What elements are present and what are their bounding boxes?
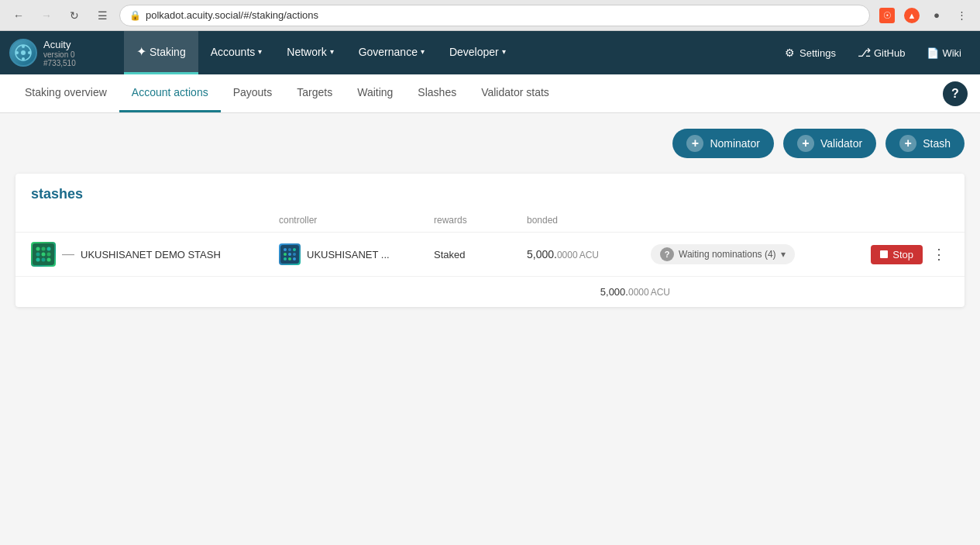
status-cell: ? Waiting nominations (4) ▾ [651, 244, 871, 264]
svg-point-11 [42, 253, 46, 257]
nav-item-staking[interactable]: ✦ Staking [124, 31, 198, 74]
bonded-amount: 5,000.0000ACU [527, 248, 599, 260]
status-badge: ? Waiting nominations (4) ▾ [651, 244, 795, 264]
github-icon: ⎇ [858, 46, 871, 60]
controller-name: UKUSHISANET ... [307, 249, 390, 260]
svg-point-19 [293, 248, 296, 251]
tab-validator-stats[interactable]: Validator stats [469, 74, 562, 112]
status-label: Waiting nominations (4) [679, 249, 776, 260]
svg-point-21 [288, 253, 291, 256]
reload-button[interactable]: ↻ [64, 5, 85, 26]
url-text: polkadot.acuity.social/#/staking/actions [146, 9, 318, 21]
address-bar[interactable]: 🔒 polkadot.acuity.social/#/staking/actio… [119, 5, 870, 26]
svg-point-2 [22, 45, 25, 48]
svg-point-24 [288, 257, 291, 260]
action-buttons: + Nominator + Validator + Stash [15, 129, 965, 158]
brave-rewards-icon: ▲ [904, 8, 920, 23]
top-nav: Acuity version 0 #733,510 ✦ Staking Acco… [0, 31, 980, 74]
svg-point-5 [28, 51, 31, 54]
sub-tabs: Staking overview Account actions Payouts… [0, 74, 980, 113]
more-options-button[interactable]: ⋮ [929, 243, 949, 266]
extensions-button[interactable]: ● [926, 5, 947, 26]
brave-rewards-button[interactable]: ▲ [901, 5, 923, 26]
stashes-title: stashes [31, 186, 949, 202]
stop-icon [880, 250, 888, 258]
developer-dropdown-arrow: ▾ [502, 47, 506, 56]
nav-item-accounts[interactable]: Accounts ▾ [198, 31, 275, 74]
svg-point-25 [293, 257, 296, 260]
stashes-header: stashes [15, 174, 965, 209]
staking-icon: ✦ [136, 44, 146, 59]
back-button[interactable]: ← [8, 5, 29, 26]
settings-gear-icon: ⚙ [785, 47, 795, 59]
table-header: controller rewards bonded [15, 209, 965, 233]
nav-item-developer[interactable]: Developer ▾ [437, 31, 518, 74]
total-amount: 5,000.0000ACU [600, 286, 670, 298]
svg-point-17 [284, 248, 287, 251]
menu-button[interactable]: ⋮ [951, 5, 972, 26]
accounts-dropdown-arrow: ▾ [258, 47, 262, 56]
bonded-cell: 5,000.0000ACU [527, 248, 651, 260]
validator-button[interactable]: + Validator [783, 129, 876, 158]
svg-point-20 [284, 253, 287, 256]
stop-button[interactable]: Stop [871, 245, 923, 264]
status-expand-icon[interactable]: ▾ [781, 249, 786, 260]
col-header-controller: controller [279, 215, 434, 226]
nominator-button[interactable]: + Nominator [672, 129, 774, 158]
col-header-stash [31, 215, 279, 226]
controller-identicon [279, 243, 301, 265]
forward-button[interactable]: → [36, 5, 57, 26]
tab-staking-overview[interactable]: Staking overview [12, 74, 119, 112]
svg-point-15 [47, 258, 51, 262]
brave-shield-button[interactable]: ☉ [876, 5, 898, 26]
svg-point-22 [293, 253, 296, 256]
tab-waiting[interactable]: Waiting [345, 74, 405, 112]
rewards-cell: Staked [434, 249, 527, 260]
github-button[interactable]: ⎇ GitHub [848, 41, 914, 64]
stash-identicon [31, 242, 56, 267]
svg-point-23 [284, 257, 287, 260]
svg-point-12 [47, 253, 51, 257]
browser-extensions: ☉ ▲ ● ⋮ [876, 5, 972, 26]
col-header-rewards: rewards [434, 215, 527, 226]
svg-point-18 [288, 248, 291, 251]
svg-point-14 [42, 258, 46, 262]
stash-identity: — UKUSHISANET DEMO STASH [31, 242, 279, 267]
logo-section[interactable]: Acuity version 0 #733,510 [0, 31, 124, 74]
help-button[interactable]: ? [943, 81, 968, 106]
lock-icon: 🔒 [129, 10, 141, 21]
nav-item-network[interactable]: Network ▾ [274, 31, 346, 74]
svg-point-4 [15, 51, 19, 54]
tab-slashes[interactable]: Slashes [405, 74, 469, 112]
nav-item-governance[interactable]: Governance ▾ [346, 31, 437, 74]
validator-plus-icon: + [797, 135, 814, 152]
nav-items: ✦ Staking Accounts ▾ Network ▾ Governanc… [124, 31, 766, 74]
stash-button[interactable]: + Stash [885, 129, 965, 158]
logo-icon [9, 39, 37, 67]
svg-point-8 [42, 247, 46, 251]
col-header-bonded: bonded [527, 215, 651, 226]
tab-targets[interactable]: Targets [284, 74, 345, 112]
svg-point-10 [36, 253, 40, 257]
col-header-actions [872, 215, 949, 226]
stashes-card: stashes controller rewards bonded [15, 174, 965, 307]
network-dropdown-arrow: ▾ [330, 47, 334, 56]
svg-point-1 [21, 50, 26, 55]
wiki-button[interactable]: 📄 Wiki [917, 41, 971, 64]
main-content: + Nominator + Validator + Stash stashes … [0, 113, 980, 501]
stash-plus-icon: + [899, 135, 916, 152]
row-actions: Stop ⋮ [871, 243, 949, 266]
total-row: 5,000.0000ACU [15, 277, 965, 307]
tab-account-actions[interactable]: Account actions [119, 74, 221, 112]
browser-chrome: ← → ↻ ☰ 🔒 polkadot.acuity.social/#/staki… [0, 0, 980, 31]
nav-right: ⚙ Settings ⎇ GitHub 📄 Wiki [766, 41, 980, 64]
bookmark-button[interactable]: ☰ [91, 5, 113, 26]
svg-point-9 [47, 247, 51, 251]
stash-name: UKUSHISANET DEMO STASH [81, 249, 221, 260]
status-help-icon[interactable]: ? [660, 247, 674, 261]
tab-payouts[interactable]: Payouts [221, 74, 285, 112]
wiki-icon: 📄 [927, 47, 939, 59]
nominator-plus-icon: + [686, 135, 703, 152]
svg-point-7 [36, 247, 40, 251]
settings-button[interactable]: ⚙ Settings [775, 42, 845, 64]
